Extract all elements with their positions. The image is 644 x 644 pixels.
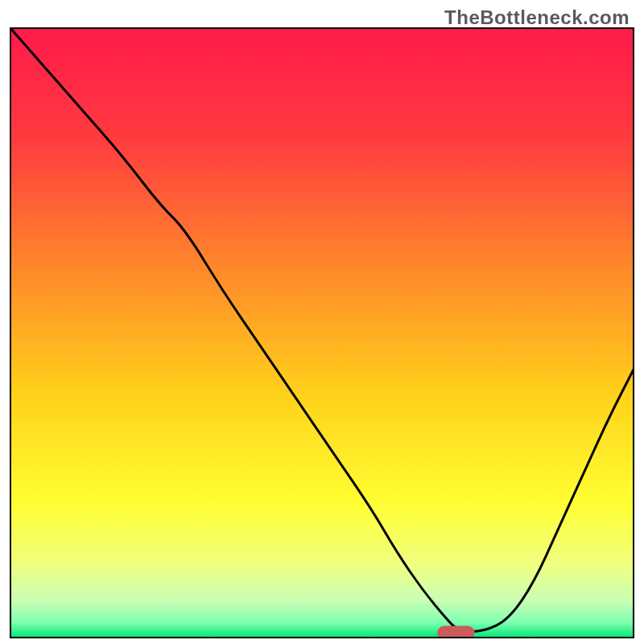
chart-container: TheBottleneck.com [0, 0, 644, 644]
bottleneck-chart [0, 0, 644, 644]
gradient-background [10, 28, 634, 638]
watermark-label: TheBottleneck.com [444, 6, 630, 29]
